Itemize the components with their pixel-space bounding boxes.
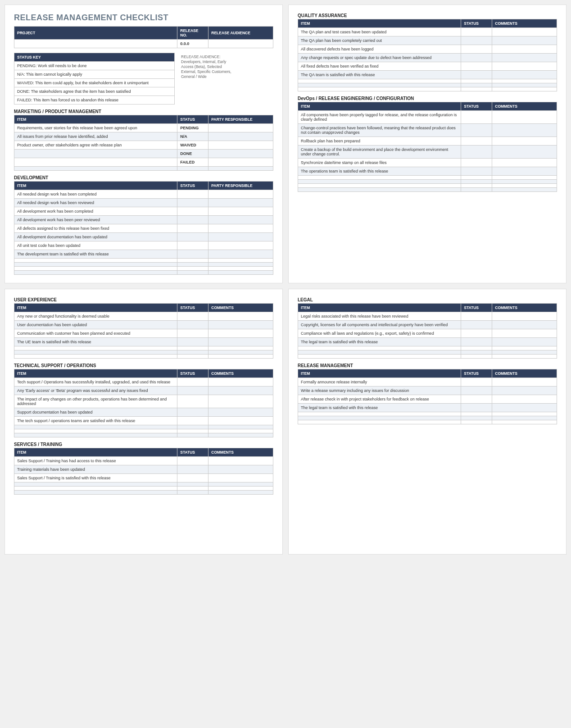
status-cell[interactable] [177,241,208,250]
comments-cell[interactable] [208,355,273,359]
comments-cell[interactable] [492,36,557,45]
item-cell[interactable]: All needed design work has been complete… [14,190,177,199]
party-cell[interactable] [208,158,273,167]
party-cell[interactable] [208,250,273,259]
status-cell[interactable] [177,465,208,474]
comments-cell[interactable] [208,395,273,408]
comments-cell[interactable] [208,378,273,387]
item-cell[interactable]: Communication with customer has been pla… [14,329,177,338]
item-cell[interactable] [14,433,177,437]
item-cell[interactable]: All development work has been peer revie… [14,216,177,224]
comments-cell[interactable] [208,465,273,474]
party-cell[interactable] [208,199,273,207]
status-cell[interactable] [461,111,492,124]
item-cell[interactable] [14,487,177,491]
status-cell[interactable] [177,233,208,241]
status-cell[interactable] [461,54,492,62]
party-cell[interactable] [208,263,273,267]
status-cell[interactable] [461,62,492,71]
item-cell[interactable]: Copyright, licenses for all components a… [298,321,461,329]
status-cell[interactable]: FAILED [177,158,208,167]
item-cell[interactable]: Any change requests or spec update due t… [298,54,461,62]
status-cell[interactable] [177,271,208,275]
comments-cell[interactable] [208,387,273,395]
item-cell[interactable] [298,350,461,355]
item-cell[interactable] [298,188,461,192]
item-cell[interactable] [298,83,461,87]
comments-cell[interactable] [492,137,557,146]
item-cell[interactable]: Change-control practices have been follo… [298,124,461,137]
comments-cell[interactable] [492,387,557,395]
party-cell[interactable] [208,124,273,132]
item-cell[interactable]: The impact of any changes on other produ… [14,395,177,408]
party-cell[interactable] [208,141,273,150]
item-cell[interactable]: The QA plan and test cases have been upd… [298,28,461,36]
item-cell[interactable] [298,346,461,350]
item-cell[interactable] [14,167,177,171]
item-cell[interactable]: Sales Support / Training is satisfied wi… [14,474,177,482]
item-cell[interactable]: The UE team is satisfied with this relea… [14,338,177,346]
project-cell[interactable] [14,40,177,48]
status-cell[interactable] [461,28,492,36]
status-cell[interactable] [461,71,492,79]
item-cell[interactable]: Rollback plan has been prepared [298,137,461,146]
item-cell[interactable] [14,267,177,271]
item-cell[interactable]: The legal team is satisfied with this re… [298,404,461,412]
status-cell[interactable] [177,267,208,271]
comments-cell[interactable] [492,124,557,137]
item-cell[interactable]: All development documentation has been u… [14,233,177,241]
item-cell[interactable] [298,87,461,91]
status-cell[interactable] [177,224,208,233]
status-cell[interactable] [177,199,208,207]
status-cell[interactable] [461,321,492,329]
item-cell[interactable]: All discovered defects have been logged [298,45,461,54]
item-cell[interactable]: Legal risks associated with this release… [298,312,461,321]
status-cell[interactable] [461,312,492,321]
status-cell[interactable] [177,216,208,224]
comments-cell[interactable] [208,321,273,329]
comments-cell[interactable] [492,180,557,184]
comments-cell[interactable] [492,111,557,124]
item-cell[interactable] [298,420,461,424]
party-cell[interactable] [208,267,273,271]
status-cell[interactable] [461,404,492,412]
item-cell[interactable]: Create a backup of the build environment… [298,146,461,159]
status-cell[interactable] [461,184,492,188]
item-cell[interactable]: Any 'Early access' or 'Beta' program was… [14,387,177,395]
comments-cell[interactable] [492,404,557,412]
status-cell[interactable] [177,457,208,465]
item-cell[interactable]: All defects assigned to this release hav… [14,224,177,233]
comments-cell[interactable] [492,412,557,416]
comments-cell[interactable] [208,433,273,437]
comments-cell[interactable] [492,378,557,387]
status-cell[interactable] [177,408,208,417]
status-cell[interactable]: DONE [177,150,208,158]
comments-cell[interactable] [492,159,557,167]
status-cell[interactable] [177,321,208,329]
status-cell[interactable] [461,83,492,87]
release-no-cell[interactable]: 0.0.0 [177,40,208,48]
item-cell[interactable]: The QA plan has been completely carried … [298,36,461,45]
item-cell[interactable]: Sales Support / Training has had access … [14,457,177,465]
item-cell[interactable] [298,412,461,416]
status-cell[interactable] [461,420,492,424]
item-cell[interactable] [14,259,177,263]
status-cell[interactable] [461,416,492,420]
item-cell[interactable]: Synchronize date/time stamp on all relea… [298,159,461,167]
item-cell[interactable] [14,355,177,359]
status-cell[interactable] [177,482,208,487]
comments-cell[interactable] [208,312,273,321]
status-cell[interactable] [177,417,208,425]
item-cell[interactable]: All fixed defects have been verified as … [298,62,461,71]
item-cell[interactable]: All components have been properly tagged… [298,111,461,124]
status-cell[interactable] [177,429,208,433]
party-cell[interactable] [208,167,273,171]
item-cell[interactable] [14,158,177,167]
comments-cell[interactable] [208,350,273,355]
status-cell[interactable] [177,395,208,408]
comments-cell[interactable] [208,482,273,487]
comments-cell[interactable] [492,420,557,424]
item-cell[interactable] [298,180,461,184]
party-cell[interactable] [208,190,273,199]
status-cell[interactable] [461,137,492,146]
